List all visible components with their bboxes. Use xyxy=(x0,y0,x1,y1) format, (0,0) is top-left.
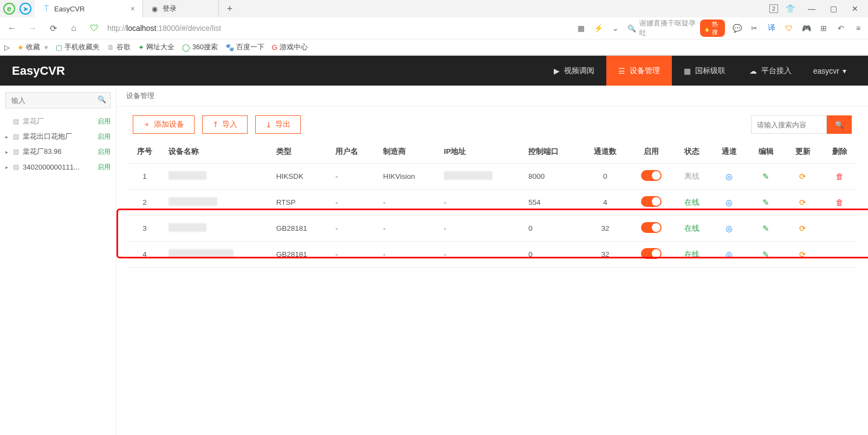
new-tab-button[interactable]: + xyxy=(219,0,241,17)
cell-maker: - xyxy=(378,242,438,268)
enable-toggle[interactable] xyxy=(641,222,662,233)
bm-360[interactable]: ◯360搜索 xyxy=(182,43,218,52)
export-button[interactable]: ⤓导出 xyxy=(255,115,301,134)
tree-item[interactable]: ▸▤棠花出口花炮厂启用 xyxy=(5,129,111,144)
bm-baidu[interactable]: 🐾百度一下 xyxy=(225,43,264,52)
cell-maker: HIKVision xyxy=(378,164,438,190)
close-window-icon[interactable]: ✕ xyxy=(845,1,865,16)
channel-icon[interactable]: ◎ xyxy=(726,172,733,181)
cell-type: GB28181 xyxy=(271,242,330,268)
bm-favorites[interactable]: ★收藏▾ xyxy=(17,43,48,52)
cell-idx: 4 xyxy=(126,242,163,268)
bm-expand-icon[interactable]: ▷ xyxy=(4,43,10,51)
cell-enable xyxy=(629,190,673,216)
maximize-icon[interactable]: ▢ xyxy=(824,1,843,16)
refresh-icon[interactable]: ⟳ xyxy=(799,198,806,207)
cell-channels: 32 xyxy=(581,242,629,268)
url-field[interactable]: http://localhost:18000/#/device/list xyxy=(107,24,570,33)
cell-enable xyxy=(629,242,673,268)
back-icon[interactable]: ← xyxy=(4,21,20,36)
bm-mobile[interactable]: ▢手机收藏夹 xyxy=(56,43,100,52)
omnibox-search[interactable]: 🔍 谢娜直播干呕疑孕吐 🔥热搜 xyxy=(627,18,725,38)
tree-root[interactable]: ▸▤ 棠花厂 启用 xyxy=(5,114,111,129)
channel-icon[interactable]: ◎ xyxy=(726,198,733,207)
nav-video[interactable]: ▶视频调阅 xyxy=(542,56,606,86)
import-button[interactable]: ⤒导入 xyxy=(202,115,248,134)
table-row: 2RTSP---5544在线◎✎⟳🗑 xyxy=(126,190,858,216)
edit-icon[interactable]: ✎ xyxy=(762,172,769,181)
col-header: 序号 xyxy=(126,140,163,164)
enable-toggle[interactable] xyxy=(641,196,662,207)
minimize-icon[interactable]: — xyxy=(802,1,821,16)
sidebar-search: 🔍 xyxy=(5,92,111,108)
cell-name xyxy=(163,164,271,190)
col-header: 制造商 xyxy=(378,140,438,164)
top-nav: ▶视频调阅 ☰设备管理 ▦国标级联 ☁平台接入 xyxy=(542,56,804,86)
cell-channels: 32 xyxy=(581,216,629,242)
shield-icon: 🛡 xyxy=(87,21,102,36)
tree-item[interactable]: ▸▤棠花厂83.96启用 xyxy=(5,144,111,159)
table-row: 1HIKSDK-HIKVision80000离线◎✎⟳🗑 xyxy=(126,164,858,190)
delete-icon[interactable]: 🗑 xyxy=(835,172,844,181)
brand-title: EasyCVR xyxy=(12,64,65,78)
edit-icon[interactable]: ✎ xyxy=(762,224,769,233)
reload-icon[interactable]: ⟳ xyxy=(46,21,61,36)
cell-status: 在线 xyxy=(673,242,710,268)
channel-icon[interactable]: ◎ xyxy=(726,250,733,259)
badge-icon[interactable]: 2 xyxy=(769,4,778,13)
undo-icon[interactable]: ↶ xyxy=(835,23,846,34)
chat-icon[interactable]: 💬 xyxy=(731,23,742,34)
url-text: http://localhost:18000/#/device/list xyxy=(107,24,221,33)
tree-item[interactable]: ▸▤3402000000111...启用 xyxy=(5,159,111,174)
add-device-button[interactable]: ＋添加设备 xyxy=(133,115,195,134)
menu-icon[interactable]: ≡ xyxy=(853,23,864,34)
enable-toggle[interactable] xyxy=(641,248,662,259)
apps-icon[interactable]: ⊞ xyxy=(818,23,829,34)
delete-icon[interactable]: 🗑 xyxy=(835,198,844,207)
bm-games[interactable]: G游戏中心 xyxy=(272,43,308,52)
sidebar-search-input[interactable] xyxy=(5,92,111,108)
edit-icon[interactable]: ✎ xyxy=(762,198,769,207)
translate-icon[interactable]: 译 xyxy=(766,23,777,34)
enable-toggle[interactable] xyxy=(641,170,662,181)
tab-login[interactable]: ◉ 登录 xyxy=(143,0,219,17)
table-row: 4GB28181---032在线◎✎⟳ xyxy=(126,242,858,268)
col-header: 用户名 xyxy=(330,140,378,164)
search-icon[interactable]: 🔍 xyxy=(98,95,106,103)
edit-icon[interactable]: ✎ xyxy=(762,250,769,259)
channel-icon[interactable]: ◎ xyxy=(726,224,733,233)
shield-ext-icon[interactable]: 🛡 xyxy=(783,23,794,34)
scissors-icon[interactable]: ✂ xyxy=(749,23,760,34)
cell-maker: - xyxy=(378,190,438,216)
table-search-input[interactable] xyxy=(751,115,827,134)
nav-cascade[interactable]: ▦国标级联 xyxy=(672,56,737,86)
bolt-icon[interactable]: ⚡ xyxy=(593,23,604,34)
cell-port: 554 xyxy=(523,190,581,216)
list-icon: ☰ xyxy=(618,67,625,75)
cell-port: 8000 xyxy=(523,164,581,190)
shop-icon[interactable]: 👕 xyxy=(780,1,800,16)
refresh-icon[interactable]: ⟳ xyxy=(799,172,806,181)
nav-platform[interactable]: ☁平台接入 xyxy=(737,56,804,86)
tab-easycvr[interactable]: ⟙ EasyCVR × xyxy=(35,0,143,17)
game-icon[interactable]: 🎮 xyxy=(801,23,812,34)
qr-icon[interactable]: ▦ xyxy=(575,23,586,34)
location-icon[interactable]: ➤ xyxy=(20,3,31,15)
forward-icon[interactable]: → xyxy=(25,21,40,36)
nav-device[interactable]: ☰设备管理 xyxy=(606,56,672,86)
page-title: 设备管理 xyxy=(116,86,868,107)
bookmarks-bar: ▷ ★收藏▾ ▢手机收藏夹 🗎谷歌 ✦网址大全 ◯360搜索 🐾百度一下 G游戏… xyxy=(0,39,868,55)
table-search-button[interactable]: 🔍 xyxy=(827,115,852,134)
col-header: 编辑 xyxy=(748,140,785,164)
cell-edit: ✎ xyxy=(748,164,785,190)
refresh-icon[interactable]: ⟳ xyxy=(799,250,806,259)
bm-sites[interactable]: ✦网址大全 xyxy=(138,43,174,52)
home-icon[interactable]: ⌂ xyxy=(66,21,81,36)
cell-status: 离线 xyxy=(673,164,710,190)
address-bar: ← → ⟳ ⌂ 🛡 http://localhost:18000/#/devic… xyxy=(0,17,868,39)
user-menu[interactable]: easycvr▾ xyxy=(804,67,856,75)
bm-google[interactable]: 🗎谷歌 xyxy=(107,43,131,52)
chevron-down-icon[interactable]: ⌄ xyxy=(610,23,621,34)
refresh-icon[interactable]: ⟳ xyxy=(799,224,806,233)
tab-close-icon[interactable]: × xyxy=(131,4,135,13)
